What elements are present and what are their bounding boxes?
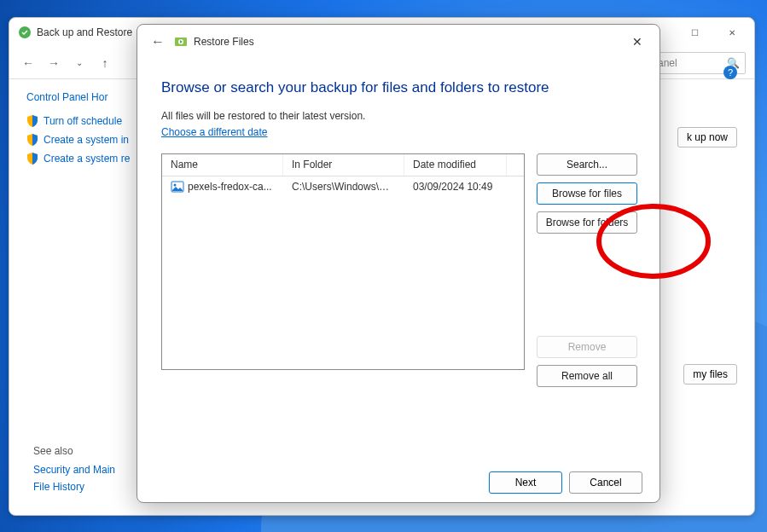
- remove-all-button[interactable]: Remove all: [537, 365, 637, 387]
- see-also-header: See also: [33, 445, 115, 457]
- search-placeholder: anel: [658, 57, 677, 69]
- backup-icon: [18, 26, 32, 39]
- backup-now-button[interactable]: k up now: [677, 127, 737, 147]
- dialog-back-icon[interactable]: ←: [146, 30, 170, 54]
- image-file-icon: [171, 180, 184, 194]
- next-button[interactable]: Next: [489, 471, 562, 494]
- restore-my-files-button[interactable]: my files: [683, 364, 737, 385]
- nav-forward-icon[interactable]: →: [44, 53, 64, 73]
- nav-back-icon[interactable]: ←: [18, 53, 38, 73]
- svg-point-4: [174, 184, 177, 187]
- sidebar-link-label: Turn off schedule: [44, 115, 122, 127]
- nav-dropdown-icon[interactable]: ⌄: [69, 53, 90, 73]
- dialog-close-button[interactable]: ✕: [619, 28, 656, 55]
- maximize-button[interactable]: ☐: [676, 20, 713, 45]
- row-date: 03/09/2024 10:49: [404, 181, 507, 193]
- close-bg-button[interactable]: ✕: [713, 20, 751, 45]
- list-row[interactable]: pexels-fredox-ca... C:\Users\Windows\Pic…: [162, 176, 524, 197]
- control-panel-home-link[interactable]: Control Panel Hor: [26, 91, 154, 103]
- dialog-titlebar: ← Restore Files ✕: [137, 25, 660, 59]
- col-name[interactable]: Name: [162, 154, 283, 176]
- nav-up-icon[interactable]: ↑: [95, 53, 115, 73]
- col-date[interactable]: Date modified: [404, 154, 507, 176]
- bg-sidebar: Control Panel Hor Turn off schedule Crea…: [26, 91, 154, 171]
- sidebar-link-label: Create a system re: [44, 153, 130, 165]
- row-folder: C:\Users\Windows\Pic...: [283, 181, 404, 193]
- browse-folders-button[interactable]: Browse for folders: [537, 211, 637, 234]
- shield-icon: [26, 134, 38, 146]
- sidebar-link-repair[interactable]: Create a system re: [26, 153, 154, 165]
- choose-date-link[interactable]: Choose a different date: [161, 126, 268, 138]
- dialog-heading: Browse or search your backup for files a…: [161, 79, 636, 96]
- cancel-button[interactable]: Cancel: [569, 471, 642, 494]
- browse-files-button[interactable]: Browse for files: [537, 182, 637, 205]
- dialog-title: Restore Files: [194, 36, 254, 48]
- sidebar-link-image[interactable]: Create a system in: [26, 134, 154, 146]
- col-folder[interactable]: In Folder: [283, 154, 404, 176]
- shield-icon: [26, 153, 38, 165]
- shield-icon: [26, 115, 38, 127]
- dialog-subtext: All files will be restored to their late…: [161, 110, 636, 122]
- help-icon[interactable]: ?: [723, 66, 737, 79]
- see-also-section: See also Security and Main File History: [33, 445, 115, 498]
- see-also-security[interactable]: Security and Main: [33, 464, 115, 476]
- action-buttons: Search... Browse for files Browse for fo…: [537, 153, 637, 387]
- file-list-panel: Name In Folder Date modified pexels-fred…: [161, 153, 525, 370]
- remove-button[interactable]: Remove: [537, 336, 637, 358]
- sidebar-link-schedule[interactable]: Turn off schedule: [26, 115, 154, 127]
- search-button[interactable]: Search...: [537, 153, 637, 176]
- row-name: pexels-fredox-ca...: [188, 181, 272, 193]
- restore-files-dialog: ← Restore Files ✕ Browse or search your …: [137, 24, 660, 503]
- bg-title: Back up and Restore: [37, 26, 132, 38]
- see-also-filehistory[interactable]: File History: [33, 481, 115, 493]
- col-spacer: [507, 154, 524, 176]
- restore-icon: [173, 34, 189, 49]
- dialog-footer: Next Cancel: [137, 463, 660, 502]
- list-header: Name In Folder Date modified: [162, 154, 524, 176]
- sidebar-link-label: Create a system in: [44, 134, 129, 146]
